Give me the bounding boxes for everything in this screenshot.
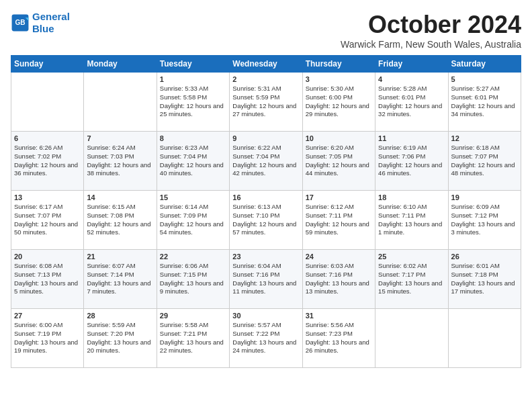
calendar-cell: 20Sunrise: 6:08 AM Sunset: 7:13 PM Dayli… xyxy=(11,250,84,309)
calendar-cell: 11Sunrise: 6:19 AM Sunset: 7:06 PM Dayli… xyxy=(375,132,448,191)
day-number: 18 xyxy=(378,193,445,201)
day-info: Sunrise: 6:09 AM Sunset: 7:12 PM Dayligh… xyxy=(451,203,518,237)
day-number: 23 xyxy=(232,253,299,261)
day-number: 1 xyxy=(160,75,226,83)
day-of-week-header: Sunday xyxy=(11,56,84,73)
day-info: Sunrise: 6:01 AM Sunset: 7:18 PM Dayligh… xyxy=(451,262,518,296)
calendar-cell: 12Sunrise: 6:18 AM Sunset: 7:07 PM Dayli… xyxy=(448,132,521,191)
day-number: 3 xyxy=(306,75,372,83)
month-title: October 2024 xyxy=(341,11,521,39)
calendar-cell: 6Sunrise: 6:26 AM Sunset: 7:02 PM Daylig… xyxy=(11,132,84,191)
calendar-cell: 10Sunrise: 6:20 AM Sunset: 7:05 PM Dayli… xyxy=(302,132,375,191)
day-info: Sunrise: 6:00 AM Sunset: 7:19 PM Dayligh… xyxy=(14,321,81,355)
day-info: Sunrise: 5:59 AM Sunset: 7:20 PM Dayligh… xyxy=(87,321,153,355)
calendar-cell: 17Sunrise: 6:12 AM Sunset: 7:11 PM Dayli… xyxy=(302,191,375,250)
day-of-week-header: Wednesday xyxy=(230,56,302,73)
day-info: Sunrise: 6:18 AM Sunset: 7:07 PM Dayligh… xyxy=(451,144,518,178)
day-info: Sunrise: 5:31 AM Sunset: 5:59 PM Dayligh… xyxy=(232,85,299,119)
calendar-body: 1Sunrise: 5:33 AM Sunset: 5:58 PM Daylig… xyxy=(11,73,521,368)
day-number: 9 xyxy=(232,134,299,142)
day-number: 26 xyxy=(451,253,518,261)
day-info: Sunrise: 5:30 AM Sunset: 6:00 PM Dayligh… xyxy=(306,85,372,119)
calendar-cell: 28Sunrise: 5:59 AM Sunset: 7:20 PM Dayli… xyxy=(84,309,157,368)
calendar-header-row: SundayMondayTuesdayWednesdayThursdayFrid… xyxy=(11,56,521,73)
day-info: Sunrise: 6:23 AM Sunset: 7:04 PM Dayligh… xyxy=(160,144,226,178)
logo-line1: General xyxy=(32,11,70,22)
calendar-cell: 16Sunrise: 6:13 AM Sunset: 7:10 PM Dayli… xyxy=(230,191,302,250)
title-block: October 2024 Warwick Farm, New South Wal… xyxy=(341,11,521,50)
calendar-cell xyxy=(11,73,84,132)
day-number: 22 xyxy=(160,253,226,261)
day-of-week-header: Friday xyxy=(375,56,448,73)
calendar-cell xyxy=(448,309,521,368)
svg-text:GB: GB xyxy=(15,19,25,26)
day-info: Sunrise: 6:07 AM Sunset: 7:14 PM Dayligh… xyxy=(87,262,153,296)
calendar-cell: 15Sunrise: 6:14 AM Sunset: 7:09 PM Dayli… xyxy=(157,191,229,250)
calendar-cell: 24Sunrise: 6:03 AM Sunset: 7:16 PM Dayli… xyxy=(302,250,375,309)
day-of-week-header: Thursday xyxy=(302,56,375,73)
day-number: 17 xyxy=(306,193,372,201)
day-number: 27 xyxy=(14,312,81,320)
day-info: Sunrise: 5:57 AM Sunset: 7:22 PM Dayligh… xyxy=(232,321,299,355)
calendar-week-row: 6Sunrise: 6:26 AM Sunset: 7:02 PM Daylig… xyxy=(11,132,521,191)
day-number: 11 xyxy=(378,134,445,142)
day-info: Sunrise: 5:58 AM Sunset: 7:21 PM Dayligh… xyxy=(160,321,226,355)
calendar-week-row: 20Sunrise: 6:08 AM Sunset: 7:13 PM Dayli… xyxy=(11,250,521,309)
day-number: 25 xyxy=(378,253,445,261)
day-number: 4 xyxy=(378,75,445,83)
day-info: Sunrise: 6:13 AM Sunset: 7:10 PM Dayligh… xyxy=(232,203,299,237)
calendar-cell: 9Sunrise: 6:22 AM Sunset: 7:04 PM Daylig… xyxy=(230,132,302,191)
day-number: 12 xyxy=(451,134,518,142)
calendar-cell: 22Sunrise: 6:06 AM Sunset: 7:15 PM Dayli… xyxy=(157,250,229,309)
day-info: Sunrise: 6:14 AM Sunset: 7:09 PM Dayligh… xyxy=(160,203,226,237)
day-number: 16 xyxy=(232,193,299,201)
logo: GB General Blue xyxy=(11,11,70,35)
day-number: 13 xyxy=(14,193,81,201)
calendar-week-row: 1Sunrise: 5:33 AM Sunset: 5:58 PM Daylig… xyxy=(11,73,521,132)
calendar-cell: 8Sunrise: 6:23 AM Sunset: 7:04 PM Daylig… xyxy=(157,132,229,191)
calendar-cell: 4Sunrise: 5:28 AM Sunset: 6:01 PM Daylig… xyxy=(375,73,448,132)
logo-line2: Blue xyxy=(32,23,54,34)
calendar-cell xyxy=(84,73,157,132)
calendar-cell: 13Sunrise: 6:17 AM Sunset: 7:07 PM Dayli… xyxy=(11,191,84,250)
calendar-cell: 25Sunrise: 6:02 AM Sunset: 7:17 PM Dayli… xyxy=(375,250,448,309)
calendar-cell: 30Sunrise: 5:57 AM Sunset: 7:22 PM Dayli… xyxy=(230,309,302,368)
day-number: 14 xyxy=(87,193,153,201)
day-number: 19 xyxy=(451,193,518,201)
day-info: Sunrise: 6:17 AM Sunset: 7:07 PM Dayligh… xyxy=(14,203,81,237)
calendar-cell: 26Sunrise: 6:01 AM Sunset: 7:18 PM Dayli… xyxy=(448,250,521,309)
calendar-cell: 18Sunrise: 6:10 AM Sunset: 7:11 PM Dayli… xyxy=(375,191,448,250)
day-info: Sunrise: 6:12 AM Sunset: 7:11 PM Dayligh… xyxy=(306,203,372,237)
calendar-cell: 27Sunrise: 6:00 AM Sunset: 7:19 PM Dayli… xyxy=(11,309,84,368)
day-number: 30 xyxy=(232,312,299,320)
day-number: 28 xyxy=(87,312,153,320)
calendar-cell: 29Sunrise: 5:58 AM Sunset: 7:21 PM Dayli… xyxy=(157,309,229,368)
calendar-week-row: 13Sunrise: 6:17 AM Sunset: 7:07 PM Dayli… xyxy=(11,191,521,250)
day-info: Sunrise: 6:20 AM Sunset: 7:05 PM Dayligh… xyxy=(306,144,372,178)
calendar-cell: 31Sunrise: 5:56 AM Sunset: 7:23 PM Dayli… xyxy=(302,309,375,368)
location-subtitle: Warwick Farm, New South Wales, Australia xyxy=(341,39,521,50)
day-info: Sunrise: 6:06 AM Sunset: 7:15 PM Dayligh… xyxy=(160,262,226,296)
day-number: 2 xyxy=(232,75,299,83)
day-info: Sunrise: 6:02 AM Sunset: 7:17 PM Dayligh… xyxy=(378,262,445,296)
page-header: GB General Blue October 2024 Warwick Far… xyxy=(11,11,521,50)
calendar-week-row: 27Sunrise: 6:00 AM Sunset: 7:19 PM Dayli… xyxy=(11,309,521,368)
day-info: Sunrise: 5:28 AM Sunset: 6:01 PM Dayligh… xyxy=(378,85,445,119)
calendar-cell: 21Sunrise: 6:07 AM Sunset: 7:14 PM Dayli… xyxy=(84,250,157,309)
day-number: 6 xyxy=(14,134,81,142)
day-info: Sunrise: 6:15 AM Sunset: 7:08 PM Dayligh… xyxy=(87,203,153,237)
day-info: Sunrise: 6:04 AM Sunset: 7:16 PM Dayligh… xyxy=(232,262,299,296)
day-info: Sunrise: 6:08 AM Sunset: 7:13 PM Dayligh… xyxy=(14,262,81,296)
day-number: 8 xyxy=(160,134,226,142)
day-number: 20 xyxy=(14,253,81,261)
day-number: 15 xyxy=(160,193,226,201)
day-info: Sunrise: 6:24 AM Sunset: 7:03 PM Dayligh… xyxy=(87,144,153,178)
day-info: Sunrise: 6:10 AM Sunset: 7:11 PM Dayligh… xyxy=(378,203,445,237)
day-number: 24 xyxy=(306,253,372,261)
calendar-cell: 14Sunrise: 6:15 AM Sunset: 7:08 PM Dayli… xyxy=(84,191,157,250)
day-number: 29 xyxy=(160,312,226,320)
day-number: 21 xyxy=(87,253,153,261)
calendar-cell xyxy=(375,309,448,368)
calendar-cell: 7Sunrise: 6:24 AM Sunset: 7:03 PM Daylig… xyxy=(84,132,157,191)
calendar-cell: 19Sunrise: 6:09 AM Sunset: 7:12 PM Dayli… xyxy=(448,191,521,250)
